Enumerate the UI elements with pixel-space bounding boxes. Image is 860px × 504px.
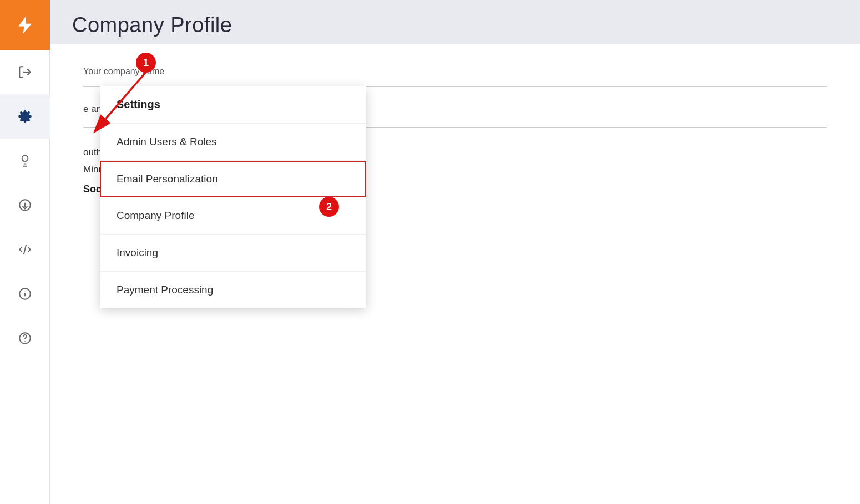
sidebar-item-help[interactable] <box>0 316 50 360</box>
sidebar-item-info[interactable] <box>0 272 50 316</box>
app-logo[interactable] <box>0 0 50 50</box>
company-name-label: Your company name <box>83 67 827 77</box>
info-icon <box>18 287 32 301</box>
sidebar-item-settings[interactable] <box>0 94 50 139</box>
sidebar-item-downloads[interactable] <box>0 183 50 227</box>
settings-icon <box>18 109 32 124</box>
dropdown-item-email-personalization[interactable]: Email Personalization <box>100 161 366 197</box>
help-icon <box>18 331 32 345</box>
settings-dropdown: Settings Admin Users & Roles Email Perso… <box>100 86 366 308</box>
download-icon <box>18 198 32 212</box>
bulb-icon <box>18 154 32 168</box>
bolt-icon <box>14 14 36 35</box>
sidebar-item-ideas[interactable] <box>0 139 50 183</box>
dropdown-item-admin-users[interactable]: Admin Users & Roles <box>100 124 366 161</box>
svg-line-3 <box>23 245 26 254</box>
sidebar-item-exit[interactable] <box>0 50 50 94</box>
page-title: Company Profile <box>72 13 232 37</box>
dropdown-item-invoicing[interactable]: Invoicing <box>100 235 366 272</box>
dropdown-header: Settings <box>100 86 366 124</box>
dropdown-item-payment-processing[interactable]: Payment Processing <box>100 272 366 308</box>
main-area: Company Profile Your company name e and … <box>50 0 860 504</box>
code-icon <box>18 242 32 257</box>
sidebar <box>0 0 50 504</box>
exit-icon <box>18 65 32 79</box>
page-header: Company Profile <box>50 0 860 44</box>
dropdown-item-company-profile[interactable]: Company Profile <box>100 197 366 235</box>
sidebar-item-code[interactable] <box>0 227 50 272</box>
